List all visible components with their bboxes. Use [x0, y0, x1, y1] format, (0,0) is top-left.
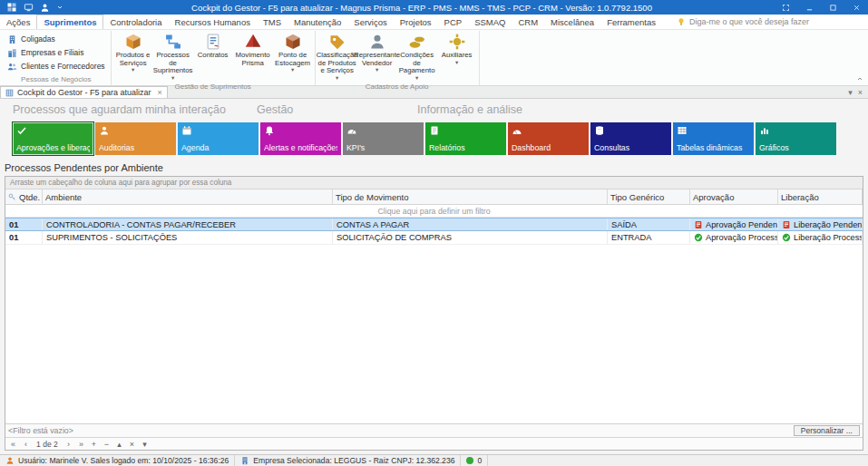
ribbon-tab-controladoria[interactable]: Controladoria: [103, 15, 168, 29]
column-header-qtde[interactable]: Qtde.: [5, 189, 43, 204]
last-record-button[interactable]: »: [75, 440, 87, 449]
column-header-tipo-generico[interactable]: Tipo Genérico: [608, 189, 690, 204]
filter-records-button[interactable]: ▾: [139, 440, 151, 449]
pending-processes-grid: Arraste um cabeçalho de coluna aqui para…: [5, 176, 863, 451]
status-label: Liberação Processada: [794, 233, 863, 242]
ribbon-item-empresas-e-filiais[interactable]: Empresas e Filiais: [5, 46, 107, 59]
processed-icon: [694, 233, 703, 242]
table-row[interactable]: 01CONTROLADORIA - CONTAS PAGAR/RECEBERCO…: [5, 218, 863, 231]
gauge-icon: [346, 125, 357, 136]
grid-filter-row[interactable]: Clique aqui para definir um filtro: [5, 205, 863, 218]
ribbon-button-auxiliares[interactable]: Auxiliares▾: [437, 31, 477, 82]
fullscreen-icon: [782, 4, 790, 12]
section-gestao: Gestão: [257, 103, 293, 116]
ribbon-button-condicoes-de-pagamento[interactable]: Condições de Pagamento▾: [397, 31, 437, 82]
building-icon: [7, 34, 17, 44]
previous-record-button[interactable]: ‹: [20, 440, 32, 449]
ribbon-tab-servicos[interactable]: Serviços: [347, 15, 393, 29]
column-header-tipo-de-movimento[interactable]: Tipo de Movimento: [333, 189, 608, 204]
ribbon-tab-recursos-humanos[interactable]: Recursos Humanos: [169, 15, 257, 29]
tile-label: KPI's: [346, 143, 420, 152]
ribbon-tab-pcp[interactable]: PCP: [438, 15, 469, 29]
grid-header-row: Qtde.AmbienteTipo de MovimentoTipo Genér…: [5, 189, 863, 205]
close-button[interactable]: [844, 0, 868, 15]
cancel-edit-button[interactable]: ×: [126, 440, 138, 449]
tile-agenda[interactable]: Agenda: [178, 122, 258, 155]
customize-button[interactable]: Personalizar ...: [794, 425, 860, 436]
section-processos-que-aguardam-minha-interacao: Processos que aguardam minha interação: [13, 103, 226, 116]
flow-icon: [164, 33, 182, 51]
tellme-box[interactable]: Diga-me o que você deseja fazer: [669, 15, 816, 29]
ribbon-tab-manutencao[interactable]: Manutenção: [288, 15, 347, 29]
chevron-down-icon[interactable]: [56, 4, 63, 11]
tile-row: Aprovações e liberaç...AuditoriasAgendaA…: [13, 122, 863, 155]
column-header-ambiente[interactable]: Ambiente: [43, 189, 333, 204]
user-quick-icon[interactable]: [40, 3, 50, 13]
minimize-button[interactable]: [797, 0, 821, 15]
tile-relatorios[interactable]: Relatórios: [425, 122, 506, 155]
ribbon-button-produtos-e-servicos[interactable]: Produtos e Serviços▾: [113, 31, 153, 82]
ribbon-item-clientes-e-fornecedores[interactable]: Clientes e Fornecedores: [5, 60, 107, 73]
tile-alertas-e-notificacoes[interactable]: Alertas e notificações: [260, 122, 341, 155]
ribbon-button-movimento-prisma[interactable]: Movimento Prisma: [233, 31, 273, 82]
company-status-text: Empresa Selecionada: LEGGUS - Raiz CNPJ:…: [253, 456, 454, 465]
group-by-panel[interactable]: Arraste um cabeçalho de coluna aqui para…: [5, 177, 863, 189]
pending-icon: [782, 220, 791, 229]
ribbon-tab-ssmaq[interactable]: SSMAQ: [468, 15, 512, 29]
status-cell: Aprovação Pendente: [690, 218, 778, 230]
ribbon-tab-projetos[interactable]: Projetos: [394, 15, 438, 29]
ribbon-tab-suprimentos[interactable]: Suprimentos: [36, 15, 103, 29]
app-logo-icon: [6, 2, 17, 13]
tile-graficos[interactable]: Gráficos: [756, 122, 836, 155]
tile-tabelas-dinamicas[interactable]: Tabelas dinâmicas: [673, 122, 754, 155]
ribbon-button-ponto-de-estocagem[interactable]: Ponto de Estocagem▾: [273, 31, 313, 82]
chart-icon: [759, 125, 770, 136]
table-row[interactable]: 01SUPRIMENTOS - SOLICITAÇÕESSOLICITAÇÃO …: [5, 231, 863, 245]
ribbon-button-contratos[interactable]: Contratos: [193, 31, 233, 82]
fullscreen-button[interactable]: [774, 0, 797, 15]
column-header-label: Tipo Genérico: [610, 192, 664, 202]
tile-consultas[interactable]: Consultas: [590, 122, 671, 155]
titlebar-quick-icons: [0, 2, 70, 13]
column-header-label: Qtde.: [19, 192, 40, 202]
append-record-button[interactable]: +: [88, 440, 100, 449]
ribbon-item-coligadas[interactable]: Coligadas: [5, 33, 107, 45]
tile-auditorias[interactable]: Auditorias: [95, 122, 176, 155]
edit-record-button[interactable]: ▴: [113, 440, 125, 449]
status-cell: Aprovação Processada: [690, 231, 778, 244]
ribbon-button-label: Processos de Suprimentos: [153, 52, 193, 75]
tab-list-dropdown-icon[interactable]: ▾: [848, 88, 853, 97]
status-cell: Liberação Pendente: [778, 218, 863, 230]
ribbon-button-representante-vendedor[interactable]: Representante Vendedor▾: [357, 31, 397, 82]
people-icon: [7, 62, 17, 72]
close-document-icon[interactable]: ×: [858, 88, 863, 97]
column-header-label: Liberação: [781, 192, 819, 202]
next-record-button[interactable]: ›: [63, 440, 74, 449]
user-status-icon: [5, 456, 15, 465]
status-cell: Liberação Processada: [778, 231, 863, 244]
ribbon-tab-acoes[interactable]: Ações: [0, 15, 36, 29]
ribbon-button-label: Produtos e Serviços: [114, 52, 152, 67]
tile-kpi-s[interactable]: KPI's: [343, 122, 424, 155]
ribbon-tab-crm[interactable]: CRM: [512, 15, 544, 29]
ribbon-button-classificacao-de-produtos-e-servicos[interactable]: Classificação de Produtos e Serviços▾: [317, 31, 357, 82]
column-header-aprovacao[interactable]: Aprovação: [690, 189, 778, 204]
ribbon-tab-ferramentas[interactable]: Ferramentas: [600, 15, 662, 29]
tile-label: Agenda: [181, 143, 255, 152]
ribbon-tab-tms[interactable]: TMS: [257, 15, 288, 29]
first-record-button[interactable]: «: [7, 440, 19, 449]
monitor-icon[interactable]: [24, 3, 34, 13]
ribbon-button-processos-de-suprimentos[interactable]: Processos de Suprimentos▾: [153, 31, 193, 82]
tile-dashboard[interactable]: Dashboard: [508, 122, 589, 155]
ribbon-group-gestao-de-suprimentos: Produtos e Serviços▾Processos de Suprime…: [112, 31, 316, 85]
ribbon-item-label: Coligadas: [21, 34, 55, 44]
ribbon-tab-miscelanea[interactable]: Miscelânea: [544, 15, 600, 29]
tile-aprovacoes-e-liberac[interactable]: Aprovações e liberaç...: [13, 122, 93, 155]
ribbon-group-pessoas-de-negocios: ColigadasEmpresas e FiliaisClientes e Fo…: [2, 31, 112, 85]
delete-record-button[interactable]: −: [101, 440, 112, 449]
ribbon-group-label: Gestão de Suprimentos: [113, 82, 313, 92]
user-status-segment: Usuário: Marinele V. Sales logado em: 10…: [0, 455, 235, 466]
collapse-ribbon-button[interactable]: [854, 74, 865, 83]
column-header-liberacao[interactable]: Liberação: [778, 189, 863, 204]
maximize-button[interactable]: [821, 0, 844, 15]
